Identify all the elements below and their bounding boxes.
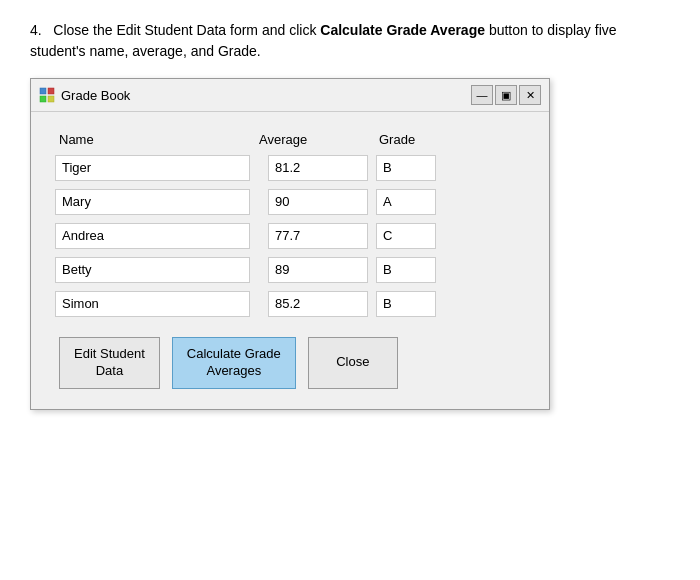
table-header: Name Average Grade [55,132,525,147]
student-grade-field: A [376,189,436,215]
svg-rect-3 [48,96,54,102]
table-row: Tiger81.2B [55,155,525,181]
table-row: Andrea77.7C [55,223,525,249]
svg-rect-0 [40,88,46,94]
student-name-field: Betty [55,257,250,283]
window-title: Grade Book [61,88,130,103]
student-average-field: 85.2 [268,291,368,317]
instruction-bold: Calculate Grade Average [320,22,485,38]
table-row: Simon85.2B [55,291,525,317]
window-body: Name Average Grade Tiger81.2BMary90AAndr… [31,112,549,409]
table-row: Mary90A [55,189,525,215]
grade-column-header: Grade [379,132,459,147]
window-controls: — ▣ ✕ [471,85,541,105]
app-icon [39,87,55,103]
edit-student-data-button[interactable]: Edit StudentData [59,337,160,389]
student-grade-field: B [376,291,436,317]
step-number: 4. [30,22,42,38]
svg-rect-1 [48,88,54,94]
minimize-button[interactable]: — [471,85,493,105]
title-bar: Grade Book — ▣ ✕ [31,79,549,112]
student-table: Tiger81.2BMary90AAndrea77.7CBetty89BSimo… [55,155,525,317]
action-buttons: Edit StudentData Calculate GradeAverages… [55,337,525,389]
student-average-field: 81.2 [268,155,368,181]
svg-rect-2 [40,96,46,102]
average-column-header: Average [259,132,379,147]
student-average-field: 90 [268,189,368,215]
student-grade-field: C [376,223,436,249]
student-average-field: 89 [268,257,368,283]
title-bar-left: Grade Book [39,87,130,103]
close-window-button[interactable]: ✕ [519,85,541,105]
instruction-prefix: Close the Edit Student Data form and cli… [53,22,320,38]
name-column-header: Name [59,132,259,147]
student-name-field: Simon [55,291,250,317]
student-average-field: 77.7 [268,223,368,249]
calculate-grade-averages-button[interactable]: Calculate GradeAverages [172,337,296,389]
instruction-block: 4. Close the Edit Student Data form and … [30,20,670,62]
student-grade-field: B [376,155,436,181]
student-grade-field: B [376,257,436,283]
close-button[interactable]: Close [308,337,398,389]
table-row: Betty89B [55,257,525,283]
student-name-field: Andrea [55,223,250,249]
grade-book-window: Grade Book — ▣ ✕ Name Average Grade Tige… [30,78,550,410]
restore-button[interactable]: ▣ [495,85,517,105]
student-name-field: Tiger [55,155,250,181]
student-name-field: Mary [55,189,250,215]
